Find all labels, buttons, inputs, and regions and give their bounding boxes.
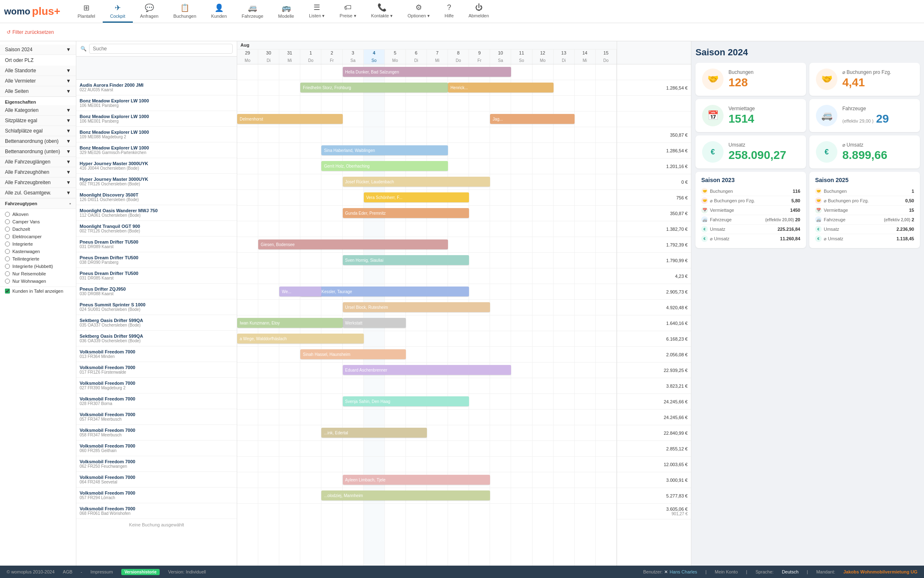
- gantt-booking[interactable]: Sven Hornig, Siauliai: [343, 255, 469, 265]
- logo[interactable]: womoplus+: [4, 5, 70, 18]
- vehicle-row[interactable]: Hyper Journey Master 3000UYK416 J0044 Os…: [76, 158, 237, 174]
- nav-hilfe[interactable]: ? Hilfe: [437, 0, 461, 23]
- radio-elektrocamper[interactable]: Elektrocamper: [5, 233, 71, 240]
- sidebar-vermieter-filter[interactable]: Alle Vermieter ▼: [0, 76, 76, 86]
- vehicle-row[interactable]: Pneus Dream Drifter TU500031 DR089 Kaars…: [76, 237, 237, 252]
- vehicle-row[interactable]: Moonlight Tranquil OGT 900002 TR126 Osch…: [76, 221, 237, 237]
- nav-kontakte[interactable]: 📞 Kontakte ▾: [364, 0, 400, 23]
- vehicle-row[interactable]: Volksmobil Freedom 7000057 FR347 Meerbus…: [76, 409, 237, 425]
- vehicle-row[interactable]: Moonlight Oasis Wanderer MWJ 750112 OA06…: [76, 205, 237, 221]
- gantt-booking[interactable]: Werkstatt: [343, 318, 406, 328]
- nav-optionen[interactable]: ⚙ Optionen ▾: [400, 0, 437, 23]
- sidebar-saison-filter[interactable]: Saison 2024 ▼: [0, 45, 76, 55]
- gantt-booking[interactable]: We...: [279, 287, 321, 296]
- vehicle-row[interactable]: Bonz Meadow Explorer LW 1000106 ME001 Pa…: [76, 111, 237, 127]
- vehicle-row[interactable]: Bonz Meadow Explorer LW 1000106 ME001 Pa…: [76, 95, 237, 111]
- versionshistorie-button[interactable]: Versionshistorie: [121, 569, 160, 575]
- vehicle-row[interactable]: Volksmobil Freedom 7000058 FR347 Meerbus…: [76, 425, 237, 441]
- vehicle-row[interactable]: Volksmobil Freedom 7000017 FR1Z6 Fürsten…: [76, 362, 237, 378]
- gantt-booking[interactable]: Giesen, Bodensee: [258, 239, 448, 249]
- vehicle-row[interactable]: Pneus Drifter ZQJ950030 DR088 Kaarst: [76, 284, 237, 299]
- gantt-booking[interactable]: Hella Dunker, Bad Salzungen: [343, 67, 512, 77]
- vehicle-row[interactable]: Audis Aurora Finder 2000 JMI022 AU035 Ka…: [76, 80, 237, 95]
- sidebar-standorte-filter[interactable]: Alle Standorte ▼: [0, 66, 76, 76]
- nav-modelle[interactable]: 🚌 Modelle: [271, 0, 302, 23]
- impressum-link[interactable]: Impressum: [90, 569, 113, 574]
- sidebar-betten-unten[interactable]: Bettenanordnung (unten) ▼: [0, 147, 76, 157]
- radio-kastenwagen[interactable]: Kastenwagen: [5, 248, 71, 255]
- vehicle-row[interactable]: Hyper Journey Master 3000UYK002 TR126 Os…: [76, 174, 237, 190]
- gantt-booking[interactable]: Svenja Sahin, Den Haag: [343, 396, 469, 406]
- nav-buchungen[interactable]: 📋 Buchungen: [166, 0, 204, 23]
- gantt-booking[interactable]: Jag...: [490, 114, 574, 124]
- radio-teilintegrierte[interactable]: Teilintegrierte: [5, 255, 71, 263]
- vehicle-row[interactable]: Volksmobil Freedom 7000057 FR294 Lörrach: [76, 488, 237, 503]
- vehicle-row[interactable]: Volksmobil Freedom 7000060 FR285 Geithai…: [76, 441, 237, 456]
- vehicle-row[interactable]: Pneus Summit Sprinter S 1000024 SU081 Os…: [76, 299, 237, 315]
- gantt-booking[interactable]: Friedhelm Storz, Frohburg: [300, 83, 448, 92]
- sidebar-kategorien[interactable]: Alle Kategorien ▼: [0, 105, 76, 116]
- vehicle-row[interactable]: Sektberg Oasis Drifter 599QA036 OA339 Os…: [76, 331, 237, 346]
- sidebar-ort-filter[interactable]: Ort oder PLZ: [0, 55, 76, 66]
- kunden-checkbox[interactable]: Kunden in Tafel anzeigen: [0, 287, 76, 295]
- vehicle-row[interactable]: Volksmobil Freedom 7000064 FR248 Seeveta…: [76, 472, 237, 488]
- vehicle-row[interactable]: Bonz Meadow Explorer LW 1000329 ME026 Ga…: [76, 142, 237, 158]
- gantt-booking[interactable]: Gunda Eder, Premnitz: [343, 208, 469, 218]
- kunden-checkbox-input[interactable]: [5, 289, 10, 294]
- sidebar-fahrzeughoehen[interactable]: Alle Fahrzeughöhen ▼: [0, 167, 76, 178]
- nav-fahrzeuge[interactable]: 🚐 Fahrzeuge: [234, 0, 271, 23]
- nav-abmelden[interactable]: ⏻ Abmelden: [461, 0, 497, 23]
- sidebar-fahrzeuglaengen[interactable]: Alle Fahrzeuglängen ▼: [0, 157, 76, 167]
- gantt-booking[interactable]: Josef Rücker, Laudenbach: [343, 177, 490, 187]
- nav-kunden[interactable]: 👤 Kunden: [204, 0, 234, 23]
- radio-nur-reisemobile[interactable]: Nur Reisemobile: [5, 270, 71, 277]
- benutzer-name[interactable]: Hans Charles: [669, 569, 697, 574]
- vehicle-row[interactable]: Volksmobil Freedom 7000062 FR250 Feuchwa…: [76, 456, 237, 472]
- gantt-booking[interactable]: Eduard Aschenbrenner: [343, 365, 512, 375]
- gantt-booking[interactable]: Iwan Kunzmann, Etoy: [237, 318, 343, 328]
- vehicle-row[interactable]: Volksmobil Freedom 7000027 FR390 Magdebu…: [76, 378, 237, 393]
- gantt-booking[interactable]: Henrick...: [448, 83, 554, 92]
- vehicle-row[interactable]: Volksmobil Freedom 7000028 FR307 Borna: [76, 393, 237, 409]
- vehicle-row[interactable]: Moonlight Discovery 3500T126 DI011 Osche…: [76, 190, 237, 205]
- vehicle-row[interactable]: Pneus Dream Drifter TU500031 DR085 Kaars…: [76, 268, 237, 284]
- nav-anfragen[interactable]: 💬 Anfragen: [133, 0, 166, 23]
- vehicle-row[interactable]: Volksmobil Freedom 7000013 FR364 Minden: [76, 346, 237, 362]
- radio-alkoven[interactable]: Alkoven: [5, 211, 71, 218]
- vehicle-row[interactable]: Pneus Dream Drifter TU500038 DR090 Parsb…: [76, 252, 237, 268]
- gantt-booking[interactable]: Natascha Kessler, Taurage: [300, 287, 469, 296]
- nav-cockpit[interactable]: ✈ Cockpit: [103, 0, 133, 23]
- agb-link[interactable]: AGB: [63, 569, 72, 574]
- fahrzeugtypen-toggle[interactable]: ▪: [69, 201, 71, 206]
- radio-nur-wohnwagen[interactable]: Nur Wohnwagen: [5, 277, 71, 285]
- gantt-booking[interactable]: Sina Haberland, Waiblingen: [321, 145, 448, 155]
- sidebar-sitzplaetze[interactable]: Sitzplätze egal ▼: [0, 116, 76, 126]
- gantt-booking[interactable]: Ursel Block, Rutesheim: [343, 302, 490, 312]
- radio-integrierte-hubbett[interactable]: Integrierte (Hubbett): [5, 263, 71, 270]
- sidebar-betten-oben[interactable]: Bettenanordnung (oben) ▼: [0, 136, 76, 147]
- sidebar-fahrzeugbreiten[interactable]: Alle Fahrzeugbreiten ▼: [0, 178, 76, 188]
- filter-reset-button[interactable]: ↺ Filter zurücksetzen: [7, 29, 54, 35]
- sidebar-schlafplaetze[interactable]: Schlafplätze egal ▼: [0, 126, 76, 136]
- vehicle-row[interactable]: Sektberg Oasis Drifter 599QA035 OA337 Os…: [76, 315, 237, 331]
- gantt-booking[interactable]: Vera Schönherr, F...: [364, 192, 469, 202]
- radio-integrierte[interactable]: Integrierte: [5, 240, 71, 248]
- sidebar-gesamtgew[interactable]: Alle zul. Gesamtgew. ▼: [0, 188, 76, 198]
- gantt-booking[interactable]: ...ink, Edertal: [321, 428, 427, 438]
- radio-camper-vans[interactable]: Camper Vans: [5, 218, 71, 225]
- nav-plantafel[interactable]: ⊞ Plantafel: [70, 0, 103, 23]
- vehicle-row[interactable]: Volksmobil Freedom 7000068 FR061 Bad Wör…: [76, 503, 237, 519]
- sidebar-seiten-filter[interactable]: Alle Seiten ▼: [0, 86, 76, 97]
- gantt-booking[interactable]: ...olodziej, Mannheim: [321, 490, 490, 500]
- mein-konto-link[interactable]: Mein Konto: [715, 569, 738, 574]
- gantt-booking[interactable]: Sinah Hassel, Haunsheim: [300, 349, 406, 359]
- gantt-booking[interactable]: Ayleen Limbach, Tjele: [343, 475, 490, 485]
- gantt-booking[interactable]: a Wege, Walddorfhäslach: [237, 334, 364, 343]
- vehicle-row[interactable]: Bonz Meadow Explorer LW 1000109 ME088 Ma…: [76, 127, 237, 142]
- gantt-booking[interactable]: Gerrit Holz, Oberhaching: [321, 161, 448, 171]
- search-input[interactable]: [89, 44, 233, 54]
- radio-dachzelt[interactable]: Dachzelt: [5, 225, 71, 233]
- gantt-booking[interactable]: Delmenhorst: [237, 114, 343, 124]
- nav-preise[interactable]: 🏷 Preise ▾: [332, 0, 363, 23]
- nav-listen[interactable]: ☰ Listen ▾: [302, 0, 332, 23]
